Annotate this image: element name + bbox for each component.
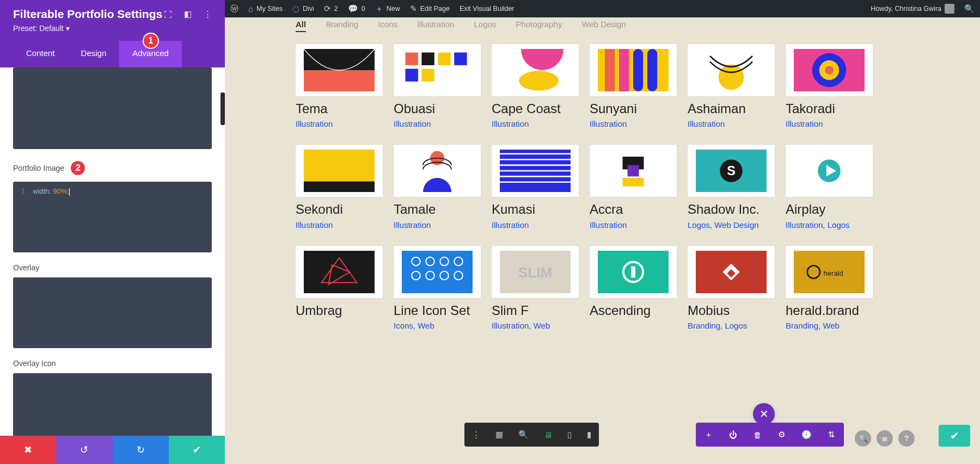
- more-icon[interactable]: ⋮: [204, 9, 212, 19]
- tab-content[interactable]: Content: [13, 41, 68, 67]
- history-icon[interactable]: 🕘: [801, 430, 812, 440]
- layers-icon[interactable]: ≣: [877, 430, 893, 447]
- search-toggle[interactable]: 🔍: [964, 4, 975, 14]
- portfolio-categories[interactable]: Illustration: [296, 119, 383, 128]
- redo-button[interactable]: ↻: [113, 436, 169, 464]
- tab-advanced-label: Advanced: [132, 48, 169, 58]
- portfolio-title: Kumasi: [492, 202, 579, 216]
- tab-design[interactable]: Design: [68, 41, 120, 67]
- portfolio-card[interactable]: Obuasi Illustration: [394, 44, 481, 128]
- comments[interactable]: 💬0: [348, 4, 365, 14]
- wp-logo[interactable]: ⓦ: [230, 4, 238, 14]
- portfolio-categories[interactable]: Branding, Web: [786, 321, 873, 330]
- settings-sidebar: Filterable Portfolio Settings ⛶ ◧ ⋮ Pres…: [0, 0, 225, 464]
- updates[interactable]: ⟳2: [324, 4, 338, 14]
- portfolio-categories[interactable]: Illustration: [688, 119, 775, 128]
- svg-rect-59: [631, 266, 635, 277]
- cancel-button[interactable]: ✖: [0, 436, 56, 464]
- portfolio-thumbnail: [394, 145, 481, 197]
- portfolio-thumbnail: [394, 44, 481, 96]
- portfolio-categories[interactable]: Branding, Logos: [688, 321, 775, 330]
- expand-icon[interactable]: ⛶: [164, 10, 172, 19]
- new-menu[interactable]: ＋New: [375, 4, 400, 14]
- add-icon[interactable]: ＋: [705, 430, 713, 440]
- portfolio-categories[interactable]: Illustration: [786, 119, 873, 128]
- portfolio-card[interactable]: Ashaiman Illustration: [688, 44, 775, 128]
- find-icon[interactable]: 🔍: [855, 430, 871, 447]
- preset-selector[interactable]: Preset: Default ▾: [13, 24, 70, 33]
- portfolio-card[interactable]: Takoradi Illustration: [786, 44, 873, 128]
- portfolio-card[interactable]: Umbrag: [296, 246, 383, 330]
- page-save-button[interactable]: ✔: [939, 425, 970, 447]
- help-pills: 🔍 ≣ ?: [855, 430, 915, 447]
- close-fab[interactable]: ✕: [753, 403, 775, 425]
- power-icon[interactable]: ⏻: [729, 430, 737, 440]
- portfolio-categories[interactable]: Illustration: [394, 220, 481, 230]
- exit-visual-builder[interactable]: Exit Visual Builder: [460, 5, 514, 13]
- sidebar-scrollbar[interactable]: [220, 92, 225, 125]
- portfolio-categories[interactable]: Illustration: [590, 220, 677, 230]
- filter-all[interactable]: All: [296, 20, 306, 32]
- phone-icon[interactable]: ▮: [587, 430, 591, 440]
- edit-page[interactable]: ✎Edit Page: [410, 4, 450, 14]
- portfolio-card[interactable]: Line Icon Set Icons, Web: [394, 246, 481, 330]
- portfolio-card[interactable]: Tamale Illustration: [394, 145, 481, 229]
- portfolio-title: Umbrag: [296, 304, 383, 318]
- css-box-prev[interactable]: [13, 67, 212, 149]
- portfolio-categories[interactable]: Illustration: [492, 119, 579, 128]
- responsive-icon[interactable]: ◧: [184, 9, 192, 19]
- portfolio-title: Ashaiman: [688, 102, 775, 116]
- filter-photography[interactable]: Photography: [516, 20, 562, 32]
- portfolio-card[interactable]: Kumasi Illustration: [492, 145, 579, 229]
- overlay-css[interactable]: [13, 277, 212, 348]
- help-icon[interactable]: ?: [898, 430, 915, 447]
- pencil-icon: ✎: [410, 4, 417, 14]
- desktop-icon[interactable]: 🖥: [544, 430, 552, 440]
- portfolio-card[interactable]: Tema Illustration: [296, 44, 383, 128]
- portfolio-card[interactable]: Accra Illustration: [590, 145, 677, 229]
- portfolio-thumbnail: [492, 44, 579, 96]
- portfolio-thumbnail: [492, 145, 579, 197]
- portfolio-image-css[interactable]: 1 width: 90%;: [13, 182, 212, 252]
- my-sites[interactable]: ⌂My Sites: [248, 4, 283, 14]
- portfolio-card[interactable]: Airplay Illustration, Logos: [786, 145, 873, 229]
- portfolio-categories[interactable]: Illustration: [296, 220, 383, 230]
- portfolio-card[interactable]: Sunyani Illustration: [590, 44, 677, 128]
- svg-text:herald: herald: [824, 269, 843, 277]
- sort-icon[interactable]: ⇅: [828, 430, 835, 440]
- save-button[interactable]: ✔: [169, 436, 225, 464]
- filter-webdesign[interactable]: Web Design: [581, 20, 626, 32]
- wireframe-icon[interactable]: ▦: [495, 430, 503, 440]
- gear-icon[interactable]: ⚙: [778, 430, 785, 440]
- filter-branding[interactable]: Branding: [326, 20, 358, 32]
- portfolio-card[interactable]: Sekondi Illustration: [296, 145, 383, 229]
- filter-illustration[interactable]: Illustration: [417, 20, 454, 32]
- portfolio-card[interactable]: Cape Coast Illustration: [492, 44, 579, 128]
- portfolio-categories[interactable]: Illustration: [492, 220, 579, 230]
- menu-icon[interactable]: ⋮: [472, 430, 480, 440]
- tablet-icon[interactable]: ▯: [567, 430, 572, 440]
- howdy-user[interactable]: Howdy, Christina Gwira: [871, 4, 954, 14]
- portfolio-card[interactable]: Ascending: [590, 246, 677, 330]
- tab-advanced[interactable]: Advanced 1: [119, 41, 182, 67]
- portfolio-card[interactable]: herald herald.brand Branding, Web: [786, 246, 873, 330]
- undo-button[interactable]: ↺: [56, 436, 112, 464]
- filter-icons[interactable]: Icons: [378, 20, 397, 32]
- portfolio-categories[interactable]: Logos, Web Design: [688, 220, 775, 230]
- divi-menu[interactable]: ◌Divi: [292, 4, 314, 14]
- svg-rect-7: [406, 69, 418, 81]
- portfolio-categories[interactable]: Icons, Web: [394, 321, 481, 330]
- portfolio-categories[interactable]: Illustration, Web: [492, 321, 579, 330]
- zoom-icon[interactable]: 🔍: [518, 430, 529, 440]
- portfolio-categories[interactable]: Illustration, Logos: [786, 220, 873, 230]
- portfolio-card[interactable]: Mobius Branding, Logos: [688, 246, 775, 330]
- filter-logos[interactable]: Logos: [474, 20, 496, 32]
- preset-label: Preset: Default: [13, 24, 64, 33]
- portfolio-card[interactable]: SLIM Slim F Illustration, Web: [492, 246, 579, 330]
- trash-icon[interactable]: 🗑: [754, 430, 762, 440]
- portfolio-card[interactable]: S Shadow Inc. Logos, Web Design: [688, 145, 775, 229]
- overlay-icon-css[interactable]: [13, 373, 212, 436]
- portfolio-categories[interactable]: Illustration: [394, 119, 481, 128]
- svg-point-17: [719, 65, 744, 90]
- portfolio-categories[interactable]: Illustration: [590, 119, 677, 128]
